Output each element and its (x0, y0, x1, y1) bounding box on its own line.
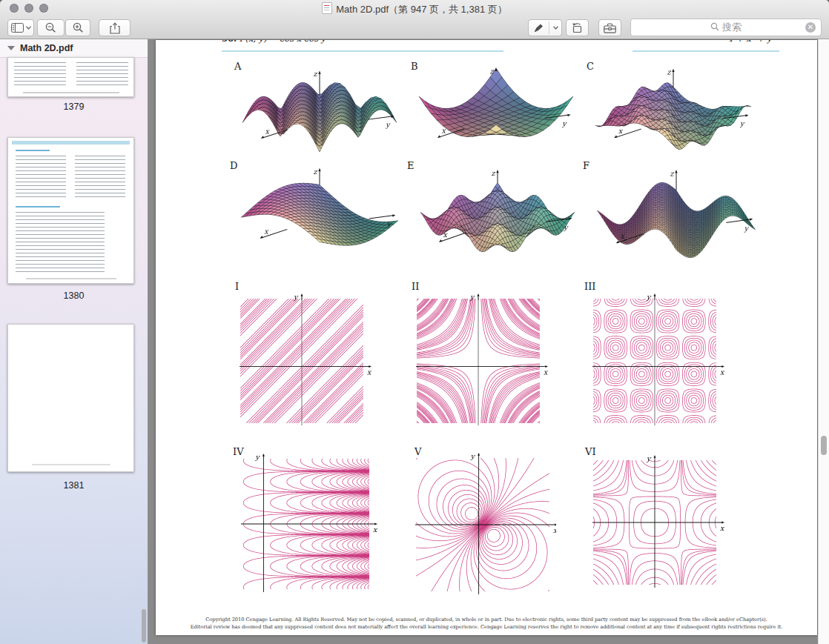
page-thumbnail-1381[interactable] (7, 324, 134, 472)
thumbnail-footer-line (32, 464, 110, 465)
thumbnail-blue-band (12, 141, 130, 145)
thumbnail-blue-heading (16, 150, 50, 151)
surface-plot-c (589, 64, 758, 160)
vertical-scrollbar-track[interactable] (818, 39, 829, 644)
rotate-left-button[interactable] (566, 19, 589, 36)
clipped-exercise-row: 56. f (x, y) = cos x cos y 1 + x² + y² (156, 40, 817, 44)
window-title: Math 2D.pdf（第 947 页，共 1,381 页） (0, 2, 829, 14)
pdf-proxy-icon (322, 2, 332, 14)
thumbnail-content (16, 156, 66, 200)
share-button[interactable] (99, 19, 131, 36)
thumbnail-blue-heading (16, 206, 60, 208)
thumbnail-content (14, 62, 66, 87)
preview-window: Math 2D.pdf（第 947 页，共 1,381 页） (0, 0, 829, 644)
pdf-page: 56. f (x, y) = cos x cos y 1 + x² + y² A… (156, 40, 817, 635)
main-area: Math 2D.pdf 1379 1380 1381 (0, 39, 829, 644)
contour-plot-iv (239, 452, 380, 597)
page-thumbnail-1379[interactable] (7, 57, 134, 97)
markup-pen-icon (529, 23, 549, 33)
surface-plot-d (234, 164, 405, 261)
surface-plot-f (590, 165, 762, 267)
zoom-out-button[interactable] (37, 19, 65, 36)
chevron-down-icon[interactable] (549, 26, 561, 30)
sidebar-panel-icon (11, 23, 24, 33)
contour-plot-ii (414, 292, 555, 434)
magnifier-icon (710, 22, 719, 33)
thumbnail-page-number: 1380 (0, 291, 148, 301)
copyright-line-2: Editorial review has deemed that any sup… (156, 623, 817, 631)
contour-label-ii: II (412, 281, 419, 292)
contour-label-iii: III (584, 281, 595, 292)
zoom-in-button[interactable] (65, 19, 90, 36)
contour-label-i: I (235, 281, 239, 292)
rotate-left-icon (571, 22, 584, 33)
exercise-number: 56. (222, 40, 237, 44)
exercise-left-fragment: f (x, y) = cos x cos y (240, 40, 326, 44)
magnifier-minus-icon (45, 22, 56, 33)
page-thumbnail-1380[interactable] (7, 137, 134, 284)
copyright-line-1: Copyright 2010 Cengage Learning. All Rig… (156, 616, 817, 623)
thumbnail-content (76, 62, 128, 87)
disclosure-triangle-icon[interactable] (7, 46, 15, 50)
share-icon (110, 22, 120, 34)
contour-plot-vi (590, 454, 731, 596)
vertical-scrollbar-thumb[interactable] (821, 436, 827, 455)
thumbnail-page-number: 1381 (0, 480, 148, 491)
thumbnail-sidebar: Math 2D.pdf 1379 1380 1381 (0, 39, 148, 644)
markup-toolbar-button[interactable] (598, 19, 621, 36)
copyright-notice: Copyright 2010 Cengage Learning. All Rig… (156, 616, 817, 631)
contour-plot-i (237, 292, 378, 434)
markup-button-group[interactable] (528, 19, 562, 36)
clear-search-button[interactable]: ✕ (805, 22, 816, 33)
surface-plot-b (412, 64, 580, 160)
search-input[interactable]: 搜索 ✕ (630, 19, 822, 36)
answer-rule-right (633, 50, 779, 52)
search-placeholder: 搜索 (722, 21, 742, 34)
thumbnail-content (16, 212, 105, 274)
exercise-right-fragment: 1 + x² + y² (728, 40, 775, 44)
sidebar-document-header[interactable]: Math 2D.pdf (0, 39, 148, 58)
sidebar-doc-title: Math 2D.pdf (20, 43, 73, 53)
surface-plot-a (236, 67, 403, 160)
contour-plot-v (414, 452, 556, 597)
toolbox-icon (604, 23, 616, 33)
thumbnail-footer-line (23, 92, 119, 93)
chevron-down-icon (26, 26, 31, 30)
contour-plot-iii (590, 292, 731, 434)
sidebar-toggle-button[interactable] (7, 19, 34, 36)
surface-label-f: F (583, 160, 589, 171)
pdf-content-area: 56. f (x, y) = cos x cos y 1 + x² + y² A… (148, 39, 829, 644)
thumbnail-footer-line (26, 278, 116, 279)
thumbnail-content (75, 156, 125, 200)
magnifier-plus-icon (73, 22, 84, 33)
answer-rule-left (222, 50, 503, 52)
surface-plot-e (414, 165, 581, 265)
sidebar-scrollbar-thumb[interactable] (142, 609, 146, 643)
window-title-text: Math 2D.pdf（第 947 页，共 1,381 页） (336, 4, 506, 15)
window-chrome: Math 2D.pdf（第 947 页，共 1,381 页） (0, 0, 829, 39)
thumbnail-page-number: 1379 (0, 102, 148, 112)
